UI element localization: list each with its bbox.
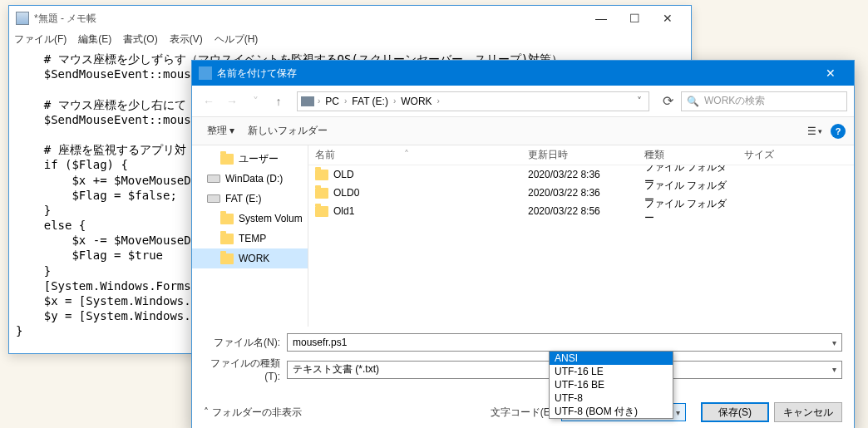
col-size[interactable]: サイズ — [737, 148, 804, 162]
search-icon: 🔍 — [687, 96, 699, 107]
save-as-dialog: 名前を付けて保存 ✕ ← → ˅ ↑ › PC › FAT (E:) › WOR… — [191, 60, 855, 428]
dialog-close-button[interactable]: ✕ — [814, 61, 847, 86]
tree-item-label: WinData (D:) — [225, 173, 283, 184]
breadcrumb-pc[interactable]: PC — [322, 96, 343, 107]
tree-item[interactable]: ユーザー — [192, 149, 308, 169]
search-placeholder: WORKの検索 — [704, 94, 765, 108]
menu-view[interactable]: 表示(V) — [170, 32, 203, 47]
sort-icon: ˄ — [404, 149, 409, 160]
breadcrumb-folder[interactable]: WORK — [397, 96, 435, 107]
file-type: ファイル フォルダー — [638, 197, 737, 225]
encoding-dropdown[interactable]: ANSIUTF-16 LEUTF-16 BEUTF-8UTF-8 (BOM 付き… — [549, 351, 673, 419]
notepad-menu: ファイル(F) 編集(E) 書式(O) 表示(V) ヘルプ(H) — [9, 31, 691, 48]
folder-icon — [220, 214, 234, 224]
folder-icon — [315, 170, 328, 180]
folder-icon — [220, 234, 234, 244]
breadcrumb-drive[interactable]: FAT (E:) — [348, 96, 392, 107]
tree-item[interactable]: System Volum — [192, 209, 308, 229]
filename-input[interactable]: mousefr.ps1 ▾ — [287, 333, 842, 352]
file-row[interactable]: Old12020/03/22 8:56ファイル フォルダー — [308, 202, 854, 220]
col-date[interactable]: 更新日時 — [521, 148, 638, 162]
nav-back-icon[interactable]: ← — [199, 91, 219, 111]
organize-button[interactable]: 整理 ▾ — [200, 121, 241, 141]
dialog-title: 名前を付けて保存 — [217, 66, 297, 81]
minimize-button[interactable]: — — [584, 12, 618, 25]
col-type[interactable]: 種類 — [638, 148, 737, 162]
chevron-right-icon[interactable]: › — [344, 96, 347, 106]
tree-item[interactable]: TEMP — [192, 229, 308, 248]
filename-label: ファイル名(N): — [204, 336, 287, 350]
close-button[interactable]: ✕ — [651, 12, 684, 25]
encoding-option[interactable]: UTF-16 BE — [550, 378, 673, 391]
file-name: OLD0 — [333, 187, 359, 199]
filetype-label: ファイルの種類(T): — [204, 357, 287, 382]
notepad-title: *無題 - メモ帳 — [34, 12, 96, 26]
chevron-right-icon[interactable]: › — [318, 96, 320, 106]
tree-item-label: TEMP — [239, 233, 266, 244]
folder-tree[interactable]: ユーザーWinData (D:)FAT (E:)System VolumTEMP… — [192, 145, 308, 327]
dialog-nav: ← → ˅ ↑ › PC › FAT (E:) › WORK › ˅ ⟳ 🔍 W… — [192, 86, 854, 117]
view-icon: ☰ — [807, 125, 816, 137]
encoding-option[interactable]: UTF-8 (BOM 付き) — [550, 405, 673, 418]
tree-item[interactable]: WORK — [192, 248, 308, 268]
dropdown-icon[interactable]: ▾ — [832, 365, 836, 374]
chevron-up-icon: ˄ — [204, 406, 209, 418]
drive-icon — [207, 194, 220, 203]
file-list[interactable]: 名前 ˄ 更新日時 種類 サイズ OLD2020/03/22 8:36ファイル … — [308, 145, 854, 327]
drive-icon — [207, 175, 220, 183]
hide-folders-toggle[interactable]: ˄ フォルダーの非表示 — [204, 406, 302, 420]
chevron-right-icon[interactable]: › — [393, 96, 396, 106]
chevron-right-icon[interactable]: › — [437, 96, 440, 106]
menu-edit[interactable]: 編集(E) — [78, 32, 111, 47]
nav-up-icon[interactable]: ↑ — [269, 91, 289, 111]
maximize-button[interactable]: ☐ — [618, 12, 651, 25]
breadcrumb[interactable]: › PC › FAT (E:) › WORK › ˅ — [297, 91, 649, 111]
file-list-header[interactable]: 名前 ˄ 更新日時 種類 サイズ — [308, 145, 854, 165]
encoding-label: 文字コード(E): — [491, 406, 556, 420]
folder-icon — [220, 154, 234, 165]
tree-item-label: WORK — [239, 253, 269, 264]
encoding-option[interactable]: ANSI — [550, 352, 673, 365]
file-name: Old1 — [333, 205, 354, 217]
new-folder-button[interactable]: 新しいフォルダー — [241, 121, 334, 141]
encoding-option[interactable]: UTF-8 — [550, 391, 673, 405]
save-button[interactable]: 保存(S) — [701, 402, 769, 422]
menu-file[interactable]: ファイル(F) — [14, 32, 67, 47]
help-icon[interactable]: ? — [831, 124, 846, 139]
tree-item-label: System Volum — [239, 213, 303, 224]
folder-icon — [315, 188, 328, 199]
encoding-option[interactable]: UTF-16 LE — [550, 365, 673, 378]
tree-item-label: FAT (E:) — [225, 193, 262, 204]
dialog-toolbar: 整理 ▾ 新しいフォルダー ☰▾ ? — [192, 117, 854, 145]
col-name[interactable]: 名前 ˄ — [308, 148, 521, 162]
file-row[interactable]: OLD02020/03/22 8:36ファイル フォルダー — [308, 184, 854, 202]
notepad-icon — [16, 12, 29, 25]
cancel-button[interactable]: キャンセル — [774, 402, 842, 422]
folder-icon — [220, 253, 234, 264]
dropdown-icon[interactable]: ▾ — [676, 408, 680, 417]
dropdown-icon[interactable]: ▾ — [832, 338, 836, 347]
pc-icon — [301, 96, 314, 106]
view-options-button[interactable]: ☰▾ — [807, 125, 822, 137]
tree-item[interactable]: WinData (D:) — [192, 169, 308, 189]
menu-format[interactable]: 書式(O) — [123, 32, 157, 47]
dialog-titlebar[interactable]: 名前を付けて保存 ✕ — [192, 61, 854, 86]
file-date: 2020/03/22 8:36 — [521, 169, 638, 180]
nav-recent-icon[interactable]: ˅ — [245, 91, 265, 111]
file-name: OLD — [333, 169, 354, 180]
search-input[interactable]: 🔍 WORKの検索 — [681, 91, 847, 111]
file-date: 2020/03/22 8:36 — [521, 187, 638, 199]
menu-help[interactable]: ヘルプ(H) — [215, 32, 259, 47]
refresh-icon[interactable]: ⟳ — [658, 91, 678, 111]
nav-forward-icon[interactable]: → — [222, 91, 242, 111]
file-date: 2020/03/22 8:56 — [521, 205, 638, 217]
file-row[interactable]: OLD2020/03/22 8:36ファイル フォルダー — [308, 165, 854, 184]
tree-item-label: ユーザー — [239, 152, 279, 166]
folder-icon — [315, 206, 328, 217]
breadcrumb-dropdown-icon[interactable]: ˅ — [634, 96, 645, 107]
notepad-titlebar[interactable]: *無題 - メモ帳 — ☐ ✕ — [9, 6, 691, 31]
tree-item[interactable]: FAT (E:) — [192, 189, 308, 209]
dialog-icon — [199, 66, 212, 80]
